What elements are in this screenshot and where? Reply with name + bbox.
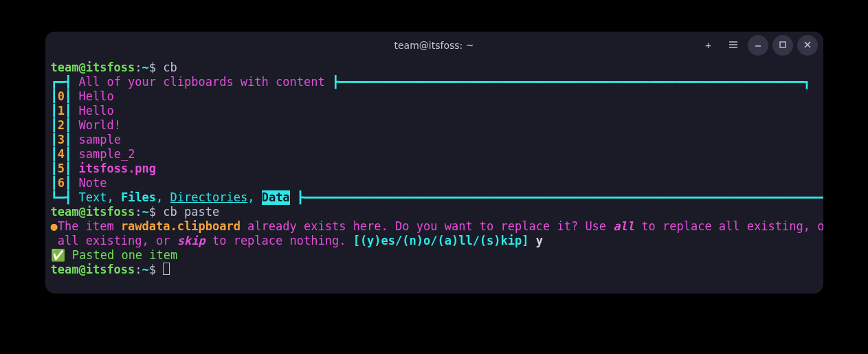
- prompt-path: ~: [142, 60, 149, 75]
- legend-dirs: Directories: [170, 190, 248, 205]
- msg-text: to replace nothing.: [205, 234, 353, 248]
- item-label: Hello: [78, 89, 113, 104]
- command-text: cb paste: [163, 205, 219, 219]
- prompt-path: ~: [142, 205, 149, 219]
- terminal-window: team@itsfoss: ~ +: [45, 32, 823, 294]
- list-item: ┃4┃ sample_2: [51, 147, 818, 162]
- svg-rect-0: [780, 42, 786, 47]
- prompt-line: team@itsfoss:~$: [51, 263, 818, 277]
- terminal-content[interactable]: team@itsfoss:~$ cb┏━┫ All of your clipbo…: [45, 59, 823, 294]
- msg-choices: [(y)es/(n)o/(a)ll/(s)kip]: [353, 234, 536, 248]
- user-input: y: [536, 234, 543, 248]
- legend-data: Data: [262, 190, 290, 205]
- item-label: itsfoss.png: [78, 162, 156, 176]
- msg-item: rawdata.clipboard: [121, 219, 241, 234]
- success-text: Pasted one item: [72, 248, 178, 263]
- new-tab-button[interactable]: +: [698, 35, 719, 56]
- prompt-sep: :: [135, 60, 142, 75]
- msg-text: to replace all existing, or: [634, 219, 823, 234]
- close-icon: [803, 40, 812, 52]
- success-line: ✅ Pasted one item: [51, 248, 818, 263]
- prompt-line: team@itsfoss:~$ cb: [51, 60, 818, 75]
- box-bottom: ┗━┫ Text, Files, Directories, Data ┣━━━━…: [51, 190, 818, 205]
- prompt-path: ~: [142, 263, 149, 277]
- command-text: cb: [163, 60, 177, 75]
- msg-text: already exists here. Do you want to repl…: [241, 219, 613, 234]
- prompt-userhost: team@itsfoss: [51, 263, 135, 277]
- item-label: Hello: [78, 104, 113, 118]
- item-index: 2: [58, 118, 65, 133]
- msg-skip: skip: [177, 234, 205, 248]
- list-item: ┃1┃ Hello: [51, 104, 818, 118]
- item-label: World!: [78, 118, 120, 133]
- item-label: sample: [78, 133, 120, 147]
- warning-line: all existing, or skip to replace nothing…: [51, 234, 818, 248]
- msg-text: all existing, or: [58, 234, 177, 248]
- close-button[interactable]: [797, 35, 818, 56]
- item-index: 3: [58, 133, 65, 147]
- msg-text: The item: [58, 219, 121, 234]
- item-index: 0: [58, 89, 65, 104]
- list-item: ┃6┃ Note: [51, 176, 818, 190]
- item-label: sample_2: [78, 147, 135, 162]
- item-index: 6: [58, 176, 65, 190]
- legend-text: Text: [78, 190, 107, 205]
- prompt-line: team@itsfoss:~$ cb paste: [51, 205, 818, 219]
- cursor: [163, 263, 170, 275]
- legend-files: Files: [121, 190, 156, 205]
- prompt-userhost: team@itsfoss: [51, 60, 135, 75]
- item-label: Note: [78, 176, 107, 190]
- warning-line: ●The item rawdata.clipboard already exis…: [51, 219, 818, 234]
- menu-button[interactable]: [723, 35, 744, 56]
- box-top: ┏━┫ All of your clipboards with content …: [51, 75, 818, 89]
- item-index: 5: [58, 162, 65, 176]
- window-controls: +: [698, 35, 818, 56]
- plus-icon: +: [705, 40, 711, 51]
- box-header: All of your clipboards with content: [78, 75, 324, 89]
- hamburger-icon: [728, 40, 738, 52]
- item-index: 4: [58, 147, 65, 162]
- list-item: ┃3┃ sample: [51, 133, 818, 147]
- item-index: 1: [58, 104, 65, 118]
- check-icon: ✅: [51, 248, 72, 263]
- prompt-symbol: $: [149, 60, 163, 75]
- list-item: ┃2┃ World!: [51, 118, 818, 133]
- list-item: ┃5┃ itsfoss.png: [51, 162, 818, 176]
- maximize-button[interactable]: [772, 35, 793, 56]
- prompt-userhost: team@itsfoss: [51, 205, 135, 219]
- titlebar: team@itsfoss: ~ +: [45, 32, 823, 59]
- maximize-icon: [778, 40, 788, 52]
- msg-all: all: [613, 219, 634, 234]
- bullet-icon: ●: [51, 219, 58, 234]
- minimize-button[interactable]: [748, 35, 768, 56]
- window-title: team@itsfoss: ~: [394, 40, 474, 51]
- list-item: ┃0┃ Hello: [51, 89, 818, 104]
- minimize-icon: [753, 40, 763, 52]
